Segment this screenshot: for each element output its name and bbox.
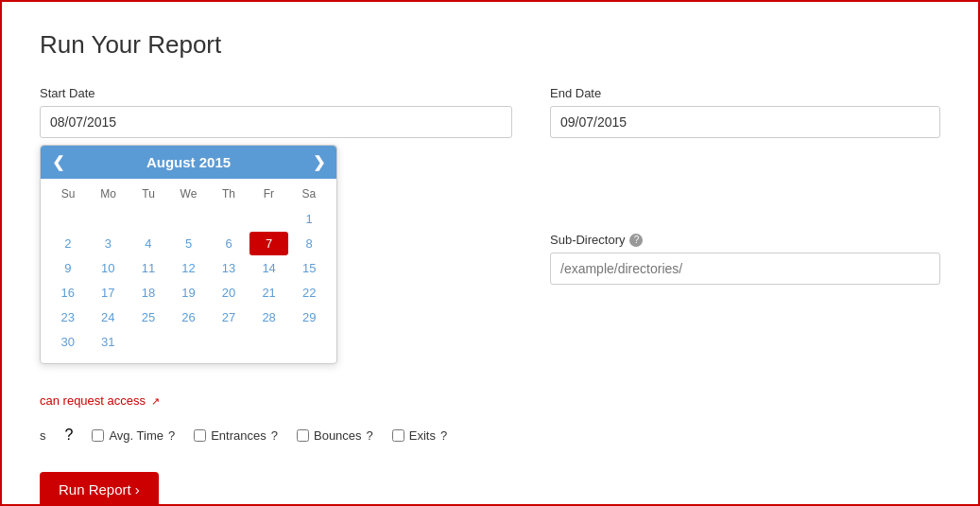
- calendar-day-22[interactable]: 22: [289, 281, 329, 305]
- day-su: Su: [48, 184, 88, 203]
- bounces-help-icon[interactable]: ?: [367, 428, 373, 443]
- day-mo: Mo: [88, 184, 128, 203]
- calendar-day-23[interactable]: 23: [48, 305, 88, 329]
- metrics-label-partial: s: [40, 428, 46, 443]
- exits-checkbox-item: Exits ?: [392, 428, 447, 443]
- bounces-label: Bounces: [314, 428, 362, 443]
- page-title: Run Your Report: [40, 30, 940, 60]
- request-access-link[interactable]: can request access ↗: [40, 393, 160, 408]
- calendar-month-year: August 2015: [146, 154, 231, 170]
- day-sa: Sa: [289, 184, 329, 203]
- metrics-help-icon[interactable]: ?: [65, 427, 74, 444]
- calendar-empty-cell: [169, 207, 209, 231]
- calendar-day-9[interactable]: 9: [48, 256, 88, 280]
- calendar-days-header: Su Mo Tu We Th Fr Sa: [48, 184, 329, 203]
- run-report-button[interactable]: Run Report ›: [40, 472, 159, 506]
- exits-help-icon[interactable]: ?: [440, 428, 447, 443]
- calendar-day-12[interactable]: 12: [169, 256, 209, 280]
- subdirectory-help-icon[interactable]: ?: [629, 234, 643, 247]
- calendar-prev-button[interactable]: ❮: [52, 153, 64, 171]
- calendar-weeks: 1234567891011121314151617181920212223242…: [48, 207, 329, 354]
- calendar-empty-cell: [249, 207, 289, 231]
- checkboxes-row: s ? Avg. Time ? Entrances ? Bounces ?: [40, 427, 512, 444]
- calendar-day-31[interactable]: 31: [89, 330, 129, 354]
- calendar-day-30[interactable]: 30: [48, 330, 88, 354]
- entrances-checkbox-item: Entrances ?: [194, 428, 278, 443]
- avgtime-checkbox[interactable]: [92, 429, 104, 442]
- calendar-header: ❮ August 2015 ❯: [41, 146, 336, 179]
- calendar-day-27[interactable]: 27: [209, 305, 249, 329]
- calendar-empty-cell: [48, 207, 88, 231]
- calendar-empty-cell: [209, 207, 249, 231]
- calendar-day-19[interactable]: 19: [169, 281, 209, 305]
- calendar-empty-cell: [89, 207, 129, 231]
- entrances-label: Entrances: [211, 428, 266, 443]
- calendar-day-11[interactable]: 11: [129, 256, 168, 280]
- calendar-day-6[interactable]: 6: [209, 232, 249, 255]
- calendar-day-4[interactable]: 4: [129, 232, 168, 255]
- calendar-day-1[interactable]: 1: [289, 207, 329, 231]
- calendar-day-28[interactable]: 28: [249, 305, 289, 329]
- calendar-day-20[interactable]: 20: [209, 281, 249, 305]
- left-column: Start Date ❮ August 2015 ❯ Su Mo Tu We T…: [40, 86, 512, 506]
- day-th: Th: [209, 184, 249, 203]
- calendar-day-3[interactable]: 3: [89, 232, 129, 255]
- subdirectory-input[interactable]: [550, 253, 940, 285]
- page-container: Run Your Report Start Date ❮ August 2015…: [0, 0, 980, 506]
- calendar-day-25[interactable]: 25: [129, 305, 168, 329]
- avgtime-help-icon[interactable]: ?: [168, 428, 175, 443]
- calendar-day-21[interactable]: 21: [249, 281, 289, 305]
- calendar-popup: ❮ August 2015 ❯ Su Mo Tu We Th Fr Sa: [40, 145, 337, 364]
- calendar-day-17[interactable]: 17: [89, 281, 129, 305]
- subdirectory-group: Sub-Directory ?: [550, 233, 940, 285]
- calendar-day-15[interactable]: 15: [289, 256, 329, 280]
- right-column: End Date Sub-Directory ?: [550, 86, 940, 300]
- entrances-checkbox[interactable]: [194, 429, 206, 442]
- bounces-checkbox-item: Bounces ?: [297, 428, 373, 443]
- avgtime-label: Avg. Time: [109, 428, 163, 443]
- end-date-label: End Date: [550, 86, 940, 100]
- calendar-day-8[interactable]: 8: [289, 232, 329, 255]
- day-tu: Tu: [129, 184, 168, 203]
- calendar-day-13[interactable]: 13: [209, 256, 249, 280]
- calendar-day-5[interactable]: 5: [169, 232, 209, 255]
- end-date-input[interactable]: [550, 106, 940, 138]
- calendar-day-24[interactable]: 24: [89, 305, 129, 329]
- subdirectory-label: Sub-Directory ?: [550, 233, 940, 247]
- exits-checkbox[interactable]: [392, 429, 404, 442]
- avgtime-checkbox-item: Avg. Time ?: [92, 428, 175, 443]
- calendar-day-26[interactable]: 26: [169, 305, 209, 329]
- calendar-empty-cell: [169, 330, 209, 354]
- calendar-empty-cell: [249, 330, 289, 354]
- end-date-group: End Date: [550, 86, 940, 138]
- calendar-day-7[interactable]: 7: [249, 232, 289, 255]
- calendar-grid: Su Mo Tu We Th Fr Sa 1234567891011121314…: [41, 179, 336, 363]
- calendar-day-2[interactable]: 2: [48, 232, 88, 255]
- day-fr: Fr: [249, 184, 288, 203]
- calendar-day-29[interactable]: 29: [289, 305, 329, 329]
- entrances-help-icon[interactable]: ?: [271, 428, 278, 443]
- start-date-input[interactable]: [40, 106, 512, 138]
- exits-label: Exits: [409, 428, 436, 443]
- calendar-empty-cell: [129, 330, 168, 354]
- access-row: can request access ↗: [40, 393, 512, 408]
- bounces-checkbox[interactable]: [297, 429, 309, 442]
- calendar-empty-cell: [209, 330, 249, 354]
- calendar-empty-cell: [129, 207, 168, 231]
- calendar-next-button[interactable]: ❯: [313, 153, 325, 171]
- calendar-day-14[interactable]: 14: [249, 256, 289, 280]
- start-date-group: Start Date: [40, 86, 512, 138]
- form-layout: Start Date ❮ August 2015 ❯ Su Mo Tu We T…: [40, 86, 940, 506]
- calendar-day-10[interactable]: 10: [89, 256, 129, 280]
- calendar-day-18[interactable]: 18: [129, 281, 168, 305]
- calendar-day-16[interactable]: 16: [48, 281, 88, 305]
- calendar-empty-cell: [289, 330, 329, 354]
- day-we: We: [168, 184, 208, 203]
- start-date-label: Start Date: [40, 86, 512, 100]
- external-link-icon: ↗: [151, 395, 160, 407]
